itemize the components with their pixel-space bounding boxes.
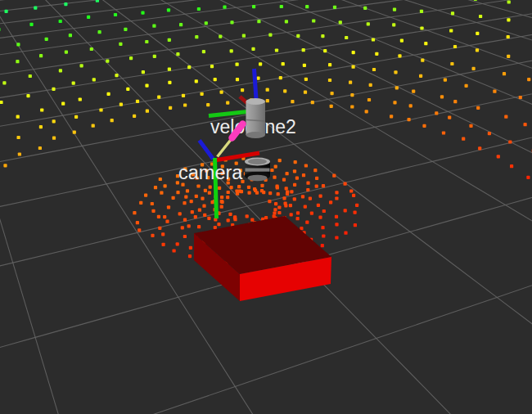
- lidar-point: [273, 208, 277, 211]
- lidar-point: [277, 205, 281, 209]
- camera-lens-ring: [246, 169, 270, 172]
- lidar-point: [319, 195, 322, 198]
- lidar-point: [201, 197, 204, 200]
- lidar-point: [282, 178, 286, 182]
- lidar-point: [295, 177, 299, 180]
- lidar-point: [119, 43, 122, 46]
- lidar-point: [305, 5, 309, 8]
- lidar-point: [367, 22, 370, 25]
- lidar-point: [352, 65, 355, 69]
- lidar-point: [412, 90, 415, 93]
- lidar-point: [315, 185, 318, 188]
- lidar-point: [302, 48, 305, 52]
- lidar-point: [230, 186, 233, 189]
- lidar-point: [256, 77, 259, 80]
- lidar-point: [277, 192, 280, 196]
- lidar-point: [507, 35, 510, 38]
- lidar-point: [350, 105, 354, 108]
- lidar-point: [16, 115, 20, 119]
- lidar-point: [260, 189, 264, 192]
- lidar-point: [92, 78, 96, 81]
- lidar-point: [273, 211, 276, 214]
- lidar-point: [0, 101, 3, 104]
- lidar-point: [52, 119, 56, 123]
- lidar-point: [73, 131, 76, 134]
- lidar-point: [220, 196, 223, 199]
- lidar-point: [160, 191, 163, 195]
- lidar-point: [151, 202, 154, 205]
- lidar-point: [191, 210, 194, 214]
- lidar-point: [236, 63, 239, 66]
- lidar-point: [238, 190, 241, 193]
- lidar-point: [290, 190, 293, 193]
- lidar-point: [282, 62, 285, 65]
- lidar-point: [349, 189, 353, 192]
- lidar-point: [303, 64, 306, 67]
- lidar-point: [264, 216, 268, 219]
- lidar-point: [201, 92, 204, 96]
- lidar-point: [493, 90, 496, 93]
- lidar-point: [248, 191, 251, 195]
- rviz-3d-viewport[interactable]: velodyne2 camera: [0, 0, 532, 414]
- lidar-point: [372, 38, 375, 41]
- lidar-point: [355, 204, 358, 207]
- lidar-point: [172, 196, 175, 200]
- lidar-point: [476, 106, 480, 110]
- lidar-point: [472, 67, 476, 70]
- lidar-point: [129, 56, 133, 60]
- lidar-point: [321, 34, 324, 38]
- lidar-point: [169, 106, 172, 110]
- lidar-point: [315, 177, 318, 180]
- lidar-point: [136, 100, 139, 103]
- lidar-point: [453, 100, 457, 103]
- lidar-point: [304, 205, 307, 209]
- lidar-point: [279, 76, 282, 79]
- lidar-point: [304, 78, 308, 81]
- lidar-point: [204, 189, 207, 192]
- lidar-point: [296, 211, 300, 214]
- lidar-point: [195, 79, 198, 83]
- lidar-point: [139, 201, 142, 205]
- lidar-point: [510, 164, 513, 168]
- lidar-point: [235, 189, 238, 192]
- lidar-point: [241, 88, 244, 92]
- lidar-point: [277, 211, 281, 214]
- lidar-point: [419, 74, 422, 78]
- lidar-point: [321, 226, 324, 229]
- lidar-point: [349, 81, 352, 84]
- lidar-point: [321, 244, 324, 247]
- lidar-point: [79, 97, 82, 101]
- lidar-point: [503, 72, 506, 75]
- lidar-point: [296, 217, 300, 220]
- lidar-point: [226, 101, 229, 105]
- lidar-point: [40, 108, 43, 111]
- lidar-point: [450, 62, 453, 65]
- lidar-point: [74, 115, 78, 119]
- lidar-point: [202, 50, 205, 53]
- lidar-point: [424, 42, 427, 45]
- lidar-point: [3, 164, 7, 167]
- camera-lens-top-inner: [248, 159, 267, 164]
- lidar-point: [352, 194, 355, 197]
- lidar-point: [252, 5, 255, 8]
- lidar-point: [285, 187, 288, 190]
- lidar-point: [280, 5, 283, 8]
- lidar-point: [72, 82, 75, 85]
- lidar-point: [524, 123, 527, 126]
- lidar-point: [214, 78, 217, 81]
- lidar-point: [208, 191, 211, 195]
- lidar-point: [145, 84, 148, 88]
- lidar-point: [99, 108, 102, 111]
- lidar-point: [187, 224, 191, 227]
- lidar-point: [508, 140, 512, 143]
- lidar-point: [250, 218, 254, 222]
- lidar-point: [138, 228, 141, 232]
- lidar-point: [372, 68, 376, 71]
- lidar-point: [133, 115, 136, 118]
- lidar-point: [322, 234, 325, 237]
- lidar-point: [451, 11, 454, 15]
- lidar-point: [202, 205, 205, 208]
- lidar-point: [39, 125, 43, 128]
- lidar-point: [153, 55, 156, 58]
- lidar-point: [305, 221, 309, 224]
